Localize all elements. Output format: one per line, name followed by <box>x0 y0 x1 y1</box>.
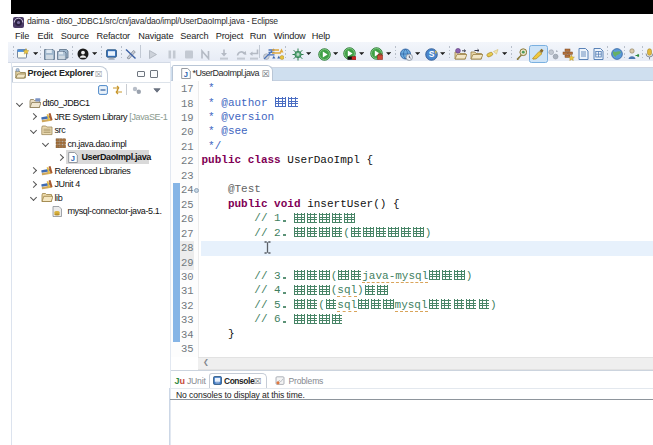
svg-text:S: S <box>428 49 434 59</box>
svg-text:J: J <box>183 70 187 79</box>
svg-text:J: J <box>71 153 75 162</box>
